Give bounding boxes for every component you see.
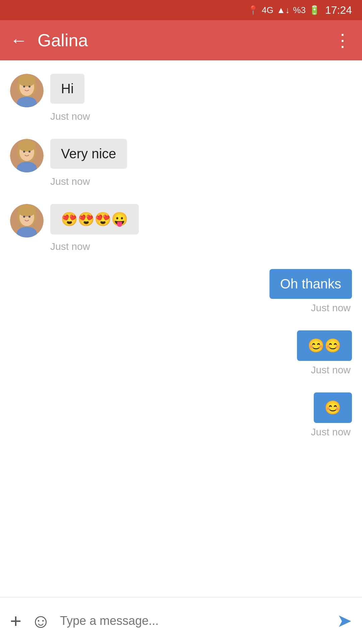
svg-point-13 [28,151,31,153]
battery-icon: 🔋 [309,5,320,15]
status-icons: 📍 4G ▲↓ %3 🔋 [248,5,320,15]
svg-point-17 [18,205,36,217]
clock: 17:24 [325,4,352,16]
network-icon: 4G [262,5,274,15]
message-timestamp-msg6: Just now [311,426,351,438]
message-row-msg3: 😍😍😍😛Just now [10,204,352,252]
svg-point-5 [23,86,25,88]
add-button[interactable]: + [10,609,21,632]
avatar [10,204,44,237]
message-with-avatar-msg2: Very nice [10,139,127,172]
svg-point-20 [28,216,31,218]
message-timestamp-msg4: Just now [311,302,351,314]
avatar [10,74,44,107]
message-row-msg6: 😊Just now [10,392,352,438]
message-bubble-msg5: 😊😊 [297,330,352,361]
message-timestamp-msg2: Just now [50,176,90,187]
svg-point-12 [23,151,25,153]
message-bubble-msg6: 😊 [314,392,352,423]
chat-area: HiJust now Very niceJust now 😍😍😍😛Just no… [0,60,362,597]
message-with-avatar-msg1: Hi [10,74,84,107]
svg-point-10 [18,140,36,152]
message-timestamp-msg5: Just now [311,364,351,376]
message-input[interactable] [60,614,327,628]
svg-point-6 [28,86,31,88]
message-row-msg2: Very niceJust now [10,139,352,187]
message-bubble-msg3: 😍😍😍😛 [50,204,139,234]
message-with-avatar-msg3: 😍😍😍😛 [10,204,139,237]
message-row-msg5: 😊😊Just now [10,330,352,376]
message-row-msg4: Oh thanksJust now [10,269,352,314]
message-bubble-msg4: Oh thanks [269,269,352,299]
avatar [10,139,44,172]
back-button[interactable]: ← [10,30,27,50]
send-button[interactable]: ➤ [337,610,352,631]
svg-point-3 [18,74,36,87]
chat-header: ← Galina ⋮ [0,20,362,60]
message-timestamp-msg3: Just now [50,241,90,252]
input-bar: + ☺ ➤ [0,597,362,644]
chat-title: Galina [38,30,334,50]
message-bubble-msg1: Hi [50,74,84,104]
message-row-msg1: HiJust now [10,74,352,122]
signal-icon: ▲↓ [277,5,290,15]
svg-point-19 [23,216,25,218]
message-timestamp-msg1: Just now [50,111,90,122]
message-bubble-msg2: Very nice [50,139,127,169]
location-icon: 📍 [248,5,258,15]
emoji-button[interactable]: ☺ [31,609,51,632]
status-bar: 📍 4G ▲↓ %3 🔋 17:24 [0,0,362,20]
more-options-button[interactable]: ⋮ [334,30,352,50]
battery-text: %3 [293,5,306,15]
